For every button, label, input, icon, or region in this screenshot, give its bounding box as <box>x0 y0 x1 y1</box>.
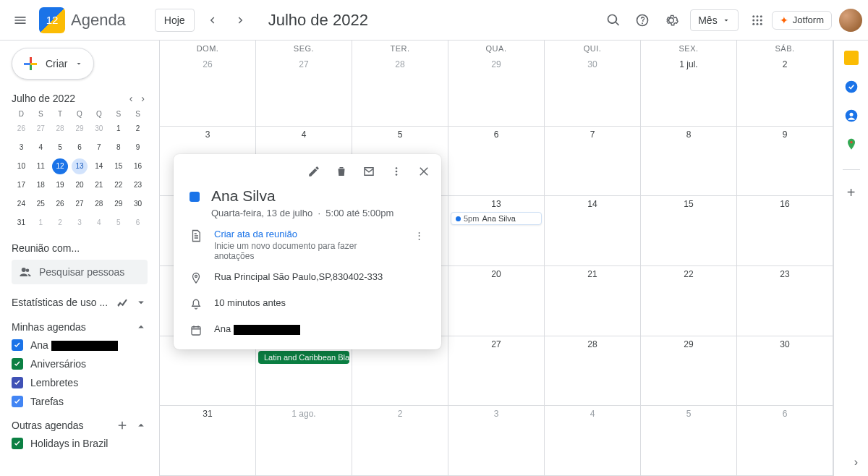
day-cell[interactable]: 30 <box>737 336 833 407</box>
email-guests-button[interactable] <box>356 158 382 184</box>
mini-next-button[interactable]: › <box>138 90 148 107</box>
other-calendars-toggle[interactable]: Outras agendas <box>12 419 148 432</box>
edit-event-button[interactable] <box>301 158 327 184</box>
mini-day-cell[interactable]: 19 <box>52 177 68 193</box>
mini-day-cell[interactable]: 30 <box>130 196 146 212</box>
mini-day-cell[interactable]: 20 <box>72 177 88 193</box>
day-cell[interactable]: 9 <box>737 127 833 197</box>
calendar-list-item[interactable]: Ana <box>12 339 148 351</box>
calendar-checkbox[interactable] <box>12 438 23 449</box>
mini-day-cell[interactable]: 2 <box>52 215 68 231</box>
delete-event-button[interactable] <box>328 158 354 184</box>
contacts-addon[interactable] <box>844 109 859 123</box>
collapse-rail-button[interactable]: › <box>854 456 858 469</box>
day-cell[interactable]: 5 <box>641 406 737 476</box>
day-cell[interactable]: 20 <box>448 266 545 336</box>
day-cell[interactable]: 27 <box>256 56 352 127</box>
mini-day-cell[interactable]: 10 <box>13 158 29 174</box>
next-period-button[interactable] <box>226 6 255 35</box>
mini-day-cell[interactable]: 4 <box>91 215 107 231</box>
mini-day-cell[interactable]: 5 <box>111 215 127 231</box>
mini-day-cell[interactable]: 13 <box>72 158 88 174</box>
calendar-checkbox[interactable] <box>12 377 23 388</box>
maps-addon[interactable] <box>844 137 859 152</box>
day-cell[interactable]: 2 <box>352 406 448 476</box>
search-people-input[interactable]: Pesquisar pessoas <box>12 260 148 284</box>
help-button[interactable] <box>628 6 657 35</box>
prev-period-button[interactable] <box>197 6 226 35</box>
day-cell[interactable]: 4 <box>545 406 641 476</box>
create-button[interactable]: Criar <box>12 48 94 80</box>
mini-day-cell[interactable]: 18 <box>33 177 48 193</box>
day-cell[interactable]: 15 <box>641 196 737 266</box>
mini-day-cell[interactable]: 23 <box>130 177 146 193</box>
calendar-list-item[interactable]: Lembretes <box>12 377 148 388</box>
keep-addon[interactable] <box>844 51 859 65</box>
mini-day-cell[interactable]: 4 <box>33 140 48 156</box>
get-addons-button[interactable]: + <box>844 184 859 199</box>
mini-day-cell[interactable]: 28 <box>52 121 68 137</box>
settings-button[interactable] <box>657 6 686 35</box>
account-avatar[interactable] <box>839 9 862 32</box>
jotform-extension-chip[interactable]: ✦ Jotform <box>772 11 832 30</box>
mini-day-cell[interactable]: 15 <box>111 158 127 174</box>
day-cell[interactable]: 8 <box>641 127 737 197</box>
mini-day-cell[interactable]: 11 <box>33 158 48 174</box>
day-cell[interactable]: 135pmAna Silva <box>448 196 545 266</box>
tasks-addon[interactable] <box>844 80 859 94</box>
mini-day-cell[interactable]: 3 <box>13 140 29 156</box>
day-cell[interactable]: 21 <box>545 266 641 336</box>
mini-day-cell[interactable]: 31 <box>13 215 29 231</box>
mini-day-cell[interactable]: 9 <box>130 140 146 156</box>
mini-prev-button[interactable]: ‹ <box>127 90 136 107</box>
day-cell[interactable]: 26 <box>160 56 256 127</box>
calendar-checkbox[interactable] <box>12 358 23 370</box>
allday-event-bar[interactable]: Latin and Caribbean Blac <box>258 351 349 364</box>
day-cell[interactable]: 2 <box>737 56 833 127</box>
mini-day-cell[interactable]: 24 <box>13 196 29 212</box>
mini-day-cell[interactable]: 28 <box>91 196 107 212</box>
insights-section-toggle[interactable]: Estatísticas de uso ... <box>12 296 148 309</box>
mini-day-cell[interactable]: 27 <box>33 121 48 137</box>
day-cell[interactable]: 1 jul. <box>641 56 737 127</box>
my-calendars-toggle[interactable]: Minhas agendas <box>12 320 148 333</box>
mini-day-cell[interactable]: 26 <box>13 121 29 137</box>
create-notes-link[interactable]: Criar ata da reunião <box>214 229 399 239</box>
mini-day-cell[interactable]: 17 <box>13 177 29 193</box>
close-popover-button[interactable] <box>411 158 437 184</box>
today-button[interactable]: Hoje <box>155 9 195 32</box>
day-cell[interactable]: 27 <box>448 336 545 407</box>
calendar-list-item[interactable]: Aniversários <box>12 358 148 370</box>
mini-day-cell[interactable]: 21 <box>91 177 107 193</box>
mini-day-cell[interactable]: 22 <box>111 177 127 193</box>
mini-day-cell[interactable]: 5 <box>52 140 68 156</box>
mini-day-cell[interactable]: 1 <box>111 121 127 137</box>
day-cell[interactable]: 7 <box>545 127 641 197</box>
mini-day-cell[interactable]: 1 <box>33 215 48 231</box>
mini-day-cell[interactable]: 25 <box>33 196 48 212</box>
day-cell[interactable]: 30 <box>545 56 641 127</box>
day-cell[interactable]: 28 <box>352 56 448 127</box>
day-cell[interactable]: 14 <box>545 196 641 266</box>
day-cell[interactable]: 31 <box>160 406 256 476</box>
day-cell[interactable]: 16 <box>737 196 833 266</box>
mini-day-cell[interactable]: 16 <box>130 158 146 174</box>
day-cell[interactable]: 29 <box>448 56 545 127</box>
calendar-checkbox[interactable] <box>12 339 23 351</box>
event-location[interactable]: Rua Principal São Paulo,SP,830402-333 <box>214 271 383 282</box>
mini-day-cell[interactable]: 6 <box>72 140 88 156</box>
day-cell[interactable]: 23 <box>737 266 833 336</box>
event-options-button[interactable] <box>383 158 409 184</box>
mini-day-cell[interactable]: 3 <box>72 215 88 231</box>
event-chip[interactable]: 5pmAna Silva <box>451 212 542 225</box>
mini-day-cell[interactable]: 12 <box>52 158 68 174</box>
day-cell[interactable]: 28 <box>545 336 641 407</box>
day-cell[interactable]: 6 <box>448 127 545 197</box>
main-menu-button[interactable] <box>6 6 35 35</box>
mini-day-cell[interactable]: 29 <box>72 121 88 137</box>
mini-day-cell[interactable]: 14 <box>91 158 107 174</box>
calendar-checkbox[interactable] <box>12 396 23 407</box>
day-cell[interactable]: 3 <box>448 406 545 476</box>
mini-day-cell[interactable]: 27 <box>72 196 88 212</box>
calendar-list-item[interactable]: Tarefas <box>12 396 148 407</box>
